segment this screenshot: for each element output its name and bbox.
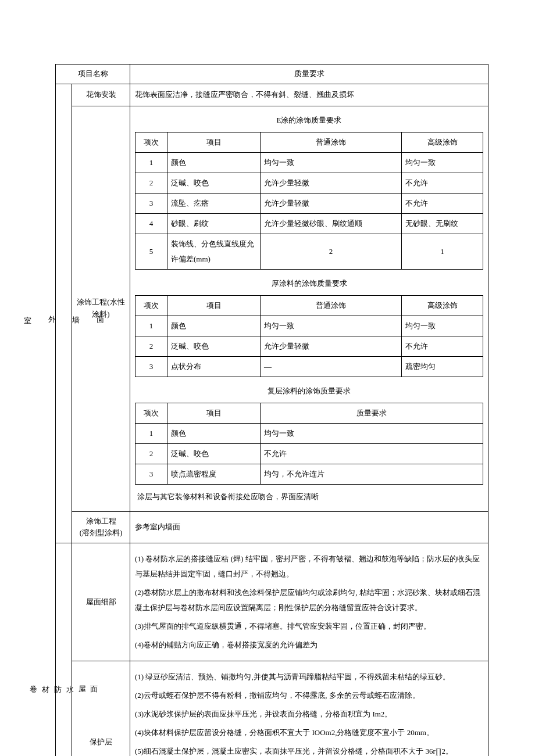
t1-h1: 项次 [135,132,167,152]
t2-r1c4: 不允许 [402,336,483,356]
t1-r2c3: 允许少量轻微 [261,193,402,213]
t1-r1c1: 2 [135,173,167,193]
t3-h3: 质量要求 [261,403,483,423]
t3-r0c2: 颜色 [167,423,261,443]
t1-h3: 普通涂饰 [261,132,402,152]
t2-h2: 项目 [167,295,261,316]
t2-r0c2: 颜色 [167,316,261,336]
t1-h2: 项目 [167,132,261,152]
roof-p4: (4)卷材的铺贴方向应正确，卷材搭接宽度的允许偏差为 [135,637,483,653]
row-protect-name: 保护层 [72,661,130,756]
t2-r1c2: 泛碱、咬色 [167,336,261,356]
t2-r1c3: 允许少量轻微 [261,336,402,356]
row-roofdetail-name: 屋面细部 [72,543,130,661]
row-protect-req: (1) 绿豆砂应清洁、预热、铺撒均匀,并使其与沥青玛蹄脂粘结牢固，不得残留未粘结… [130,661,488,756]
group1-vlabel: 室 外 墙 面 [56,84,72,543]
t2-h1: 项次 [135,295,167,316]
t2-r2c1: 3 [135,356,167,377]
group2-vlabel: 卷 材 防 水 屋 面 [56,543,72,756]
t1-r2c4: 不允许 [402,193,483,213]
protect-p3: (3)水泥砂浆保护层的表面应抹平压光，并设表面分格缝，分格面积宜为 Im2。 [135,707,483,722]
t1-r1c3: 允许少量轻微 [261,173,402,193]
t2-r2c4: 疏密均匀 [402,356,483,377]
t1-r4c4: 1 [402,234,483,269]
t3-r0c1: 1 [135,423,167,443]
t1-r3c4: 无砂眼、无刷纹 [402,213,483,234]
t1-r0c3: 均匀一致 [261,152,402,173]
t1-r1c2: 泛碱、咬色 [167,173,261,193]
t1-h4: 高级涂饰 [402,132,483,152]
t1-r0c2: 颜色 [167,152,261,173]
t3-h2: 项目 [167,403,261,423]
row-solvent-name: 涂饰工程 (溶剂型涂料) [72,511,130,543]
t1-r3c2: 砂眼、刷纹 [167,213,261,234]
t3-r1c2: 泛碱、咬色 [167,443,261,464]
row-huashi-name: 花饰安装 [72,84,130,106]
t2-r2c3: — [261,356,402,377]
protect-p5: (5)细石混凝土保护层，混凝土应密实，表面抹平压光，并留设分格缝，分格面积不大于… [135,744,483,756]
t1-r4c1: 5 [135,234,167,269]
row-roofdetail-req: (1) 卷材防水层的搭接缝应粘 (焊) 结牢固，密封严密，不得有皱褶、翘边和鼓泡… [130,543,488,661]
t3-caption: 复层涂料的涂饰质量要求 [135,382,483,400]
coating-note: 涂层与其它装修材料和设备衔接处应吻合，界面应清晰 [135,485,483,507]
t1-caption: E涂的涂饰质量要求 [135,111,483,130]
t2-h4: 高级涂饰 [402,295,483,316]
header-quality-req: 质量要求 [130,65,488,84]
row-waterbased-name: 涂饰工程(水性涂料) [72,106,130,511]
t2-h3: 普通涂饰 [261,295,402,316]
t3-r0c3: 均匀一致 [261,423,483,443]
t1-r3c1: 4 [135,213,167,234]
roof-p1: (1) 卷材防水层的搭接缝应粘 (焊) 结牢固，密封严密，不得有皱褶、翘边和鼓泡… [135,551,483,582]
protect-p1: (1) 绿豆砂应清洁、预热、铺撒均匀,并使其与沥青玛蹄脂粘结牢固，不得残留未粘结… [135,669,483,685]
roof-p3: (3)排气屋面的排气道应纵横贯通，不得堵塞。排气管应安装牢固，位置正确，封闭严密… [135,619,483,634]
t3-r2c1: 3 [135,464,167,484]
t1-r3c3: 允许少量轻微砂眼、刷纹通顺 [261,213,402,234]
t1-r2c2: 流坠、疙瘩 [167,193,261,213]
t3: 项次 项目 质量要求 1颜色均匀一致 2泛碱、咬色不允许 3喷点疏密程度均匀，不… [135,403,483,485]
t2-r0c3: 均匀一致 [261,316,402,336]
t2-caption: 厚涂料的涂饰质量要求 [135,274,483,293]
t1-r0c1: 1 [135,152,167,173]
t3-h1: 项次 [135,403,167,423]
t2-r0c4: 均匀一致 [402,316,483,336]
protect-p2: (2)云母或蛭石保护层不得有粉料，撒铺应均匀，不得露底, 多余的云母或蛭石应清除… [135,688,483,703]
t3-r1c1: 2 [135,443,167,464]
t2-r2c2: 点状分布 [167,356,261,377]
row-waterbased-req: E涂的涂饰质量要求 项次 项目 普通涂饰 高级涂饰 1颜色均匀一致均匀一致 2泛… [130,106,488,511]
t1-r2c1: 3 [135,193,167,213]
t1-r4c2: 装饰线、分色线直线度允许偏差(mm) [167,234,261,269]
row-solvent-req: 参考室内墙面 [130,511,488,543]
roof-p2: (2)卷材防水层上的撒布材料和浅色涂料保护层应铺均匀或涂刷均匀, 粘结牢固；水泥… [135,585,483,615]
t1-r0c4: 均匀一致 [402,152,483,173]
t3-r2c2: 喷点疏密程度 [167,464,261,484]
header-project-name: 项目名称 [56,65,130,84]
t1-r4c3: 2 [261,234,402,269]
t2-r0c1: 1 [135,316,167,336]
t3-r1c3: 不允许 [261,443,483,464]
t3-r2c3: 均匀，不允许连片 [261,464,483,484]
protect-p4: (4)块体材料保护层应留设分格缝，分格面积不宜大于 IOOm2,分格缝宽度不宜小… [135,725,483,740]
t1-r1c4: 不允许 [402,173,483,193]
quality-spec-table: 项目名称 质量要求 室 外 墙 面 花饰安装 花饰表面应洁净，接缝应严密吻合，不… [55,64,488,756]
t1: 项次 项目 普通涂饰 高级涂饰 1颜色均匀一致均匀一致 2泛碱、咬色允许少量轻微… [135,132,483,270]
t2: 项次 项目 普通涂饰 高级涂饰 1颜色均匀一致均匀一致 2泛碱、咬色允许少量轻微… [135,295,483,377]
row-huashi-req: 花饰表面应洁净，接缝应严密吻合，不得有斜、裂缝、翘曲及损坏 [130,84,488,106]
t2-r1c1: 2 [135,336,167,356]
